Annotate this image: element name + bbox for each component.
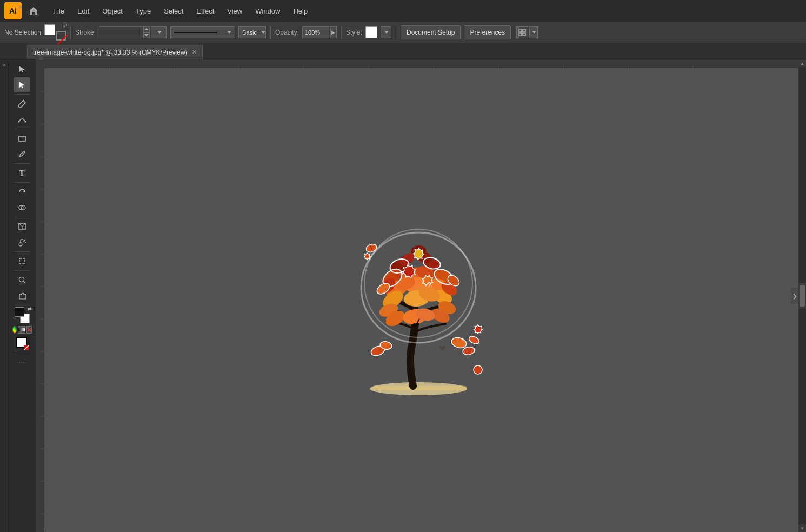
tool-separator-8 — [14, 305, 30, 305]
scroll-track-bottom — [798, 309, 806, 524]
scroll-down-arrow[interactable]: ▼ — [798, 524, 806, 532]
stroke-mode-chevron-icon — [261, 31, 265, 34]
separator-4 — [396, 26, 396, 39]
style-chevron-icon — [384, 31, 389, 34]
stroke-line-style[interactable] — [170, 26, 235, 38]
tool-separator-1 — [14, 94, 30, 95]
fill-stroke-widget[interactable]: ⇄ — [44, 24, 66, 41]
none-fill-icon[interactable]: ✕ — [26, 326, 32, 334]
arrange-more-btn[interactable] — [529, 26, 538, 38]
shape-builder-tool-icon — [18, 203, 26, 212]
scroll-thumb[interactable] — [800, 285, 805, 307]
perspective-tool-button[interactable] — [14, 219, 30, 234]
stroke-color-swatch[interactable] — [56, 31, 66, 41]
curvature-tool-button[interactable] — [14, 112, 30, 127]
hand-tool-icon — [18, 291, 26, 300]
preferences-button[interactable]: Preferences — [464, 25, 511, 39]
stroke-label: Stroke: — [75, 29, 96, 36]
shape-builder-tool-button[interactable] — [14, 200, 30, 215]
type-tool-button[interactable]: T — [14, 165, 30, 181]
svg-point-6 — [24, 121, 26, 123]
svg-rect-24 — [36, 59, 44, 530]
gradient-tool-icon[interactable] — [18, 326, 25, 334]
zoom-tool-button[interactable] — [14, 272, 30, 288]
svg-rect-2 — [519, 33, 522, 36]
scroll-up-arrow[interactable]: ▲ — [798, 59, 806, 67]
style-dropdown-btn[interactable] — [381, 26, 391, 38]
menu-type[interactable]: Type — [130, 5, 156, 17]
svg-rect-20 — [19, 258, 25, 264]
rectangle-tool-button[interactable] — [14, 131, 30, 146]
menu-select[interactable]: Select — [158, 5, 189, 17]
stroke-mode-selector[interactable]: Basic — [238, 26, 266, 38]
opacity-expand-btn[interactable]: ▶ — [330, 26, 337, 38]
more-tools-button[interactable]: ... — [14, 353, 30, 368]
canvas-area[interactable]: ▲ ▼ ❯ — [36, 59, 806, 532]
tab-close-button[interactable]: ✕ — [192, 49, 197, 56]
stroke-dropdown-btn[interactable] — [151, 26, 167, 38]
pen-tool-button[interactable] — [14, 96, 30, 111]
symbol-sprayer-button[interactable] — [14, 235, 30, 250]
curvature-tool-icon — [18, 115, 26, 124]
menu-object[interactable]: Object — [97, 5, 128, 17]
stroke-input[interactable] — [99, 26, 142, 38]
tabs-overflow-indicator[interactable]: » — [18, 3, 22, 11]
style-label: Style: — [346, 29, 362, 36]
svg-point-18 — [25, 242, 26, 243]
menu-help[interactable]: Help — [288, 5, 313, 17]
select-tool-button[interactable] — [14, 62, 30, 77]
menu-window[interactable]: Window — [250, 5, 285, 17]
canvas-content[interactable] — [44, 68, 797, 532]
panel-collapse-button[interactable]: ❯ — [791, 288, 798, 304]
tool-separator-3 — [14, 163, 30, 164]
tab-bar: » tree-image-white-bg.jpg* @ 33.33 % (CM… — [0, 43, 806, 59]
svg-rect-0 — [519, 29, 522, 32]
menu-view[interactable]: View — [222, 5, 248, 17]
hand-rotate-tool-button[interactable] — [14, 288, 30, 303]
scrollbar-right[interactable]: ▲ ▼ — [798, 59, 806, 532]
rectangle-tool-icon — [18, 134, 26, 143]
arrange-icon — [518, 29, 526, 36]
tool-separator-9 — [14, 351, 30, 351]
stroke-down-arrow[interactable] — [143, 32, 150, 38]
home-button[interactable] — [26, 3, 41, 18]
panel-expand-icon[interactable]: » — [2, 62, 5, 68]
menu-edit[interactable]: Edit — [72, 5, 95, 17]
fill-color-swatch[interactable] — [44, 24, 55, 35]
swap-fill-stroke-icon[interactable]: ⇄ — [63, 23, 68, 28]
symbol-sprayer-icon — [18, 238, 26, 247]
stroke-up-arrow[interactable] — [143, 26, 150, 32]
swap-colors-icon[interactable]: ⇄ — [28, 306, 32, 311]
rotate-tool-icon — [18, 188, 26, 196]
pencil-tool-button[interactable] — [14, 147, 30, 162]
style-swatch[interactable] — [365, 26, 377, 38]
stroke-mode-label: Basic — [239, 29, 260, 36]
svg-line-12 — [22, 223, 25, 227]
arrange-widget[interactable] — [516, 26, 538, 38]
arrange-icon-btn[interactable] — [516, 26, 528, 38]
ruler-left — [36, 59, 44, 532]
none-fill-indicator — [24, 345, 29, 350]
svg-point-115 — [468, 335, 480, 345]
direct-select-tool-button[interactable] — [14, 77, 30, 92]
color-mode-button[interactable] — [12, 326, 17, 334]
direct-select-tool-icon — [18, 81, 26, 89]
foreground-color-box[interactable] — [15, 307, 24, 317]
tool-separator-6 — [14, 251, 30, 252]
rotate-tool-button[interactable] — [14, 184, 30, 200]
color-tools-widget[interactable]: ⇄ — [12, 307, 32, 323]
document-setup-button[interactable]: Document Setup — [401, 25, 461, 39]
stroke-style-chevron-icon — [227, 31, 231, 34]
fill-stroke-swap-widget[interactable] — [16, 337, 28, 349]
svg-point-4 — [22, 100, 24, 102]
opacity-input[interactable] — [302, 26, 329, 38]
stroke-stepper[interactable] — [143, 26, 150, 38]
tool-separator-2 — [14, 129, 30, 129]
svg-rect-7 — [19, 136, 25, 141]
menu-effect[interactable]: Effect — [191, 5, 219, 17]
svg-point-21 — [19, 277, 24, 282]
menu-file[interactable]: File — [48, 5, 70, 17]
svg-point-118 — [474, 365, 482, 374]
document-tab[interactable]: tree-image-white-bg.jpg* @ 33.33 % (CMYK… — [27, 45, 203, 59]
artboard-tool-button[interactable] — [14, 254, 30, 269]
